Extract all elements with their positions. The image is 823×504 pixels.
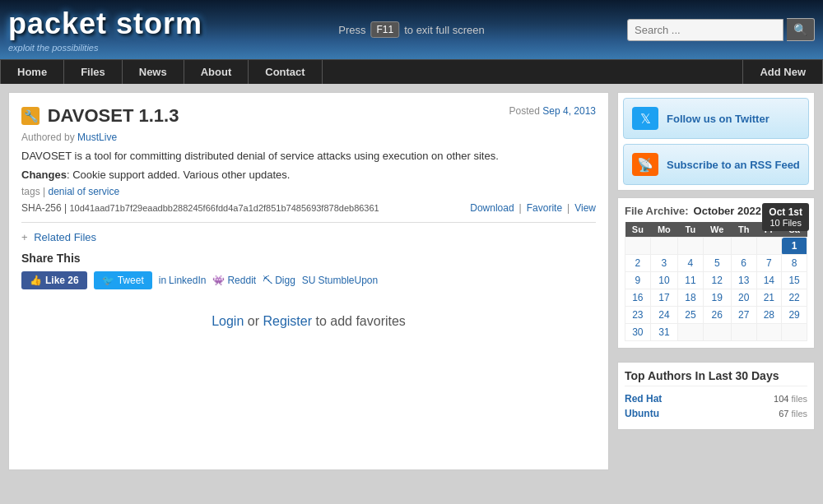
main-layout: 🔧 DAVOSET 1.1.3 Posted Sep 4, 2013 Autho… bbox=[0, 84, 823, 479]
favorite-link[interactable]: Favorite bbox=[527, 202, 562, 214]
fb-icon: 👍 bbox=[30, 275, 42, 286]
fb-like-label: Like 26 bbox=[45, 275, 79, 286]
nav-contact[interactable]: Contact bbox=[249, 60, 322, 84]
sha-section: SHA-256 | 10d41aad71b7f29eaadbb288245f66… bbox=[21, 202, 379, 214]
calendar-week-0: 1 bbox=[625, 238, 807, 255]
register-link[interactable]: Register bbox=[263, 314, 312, 328]
or-text: or bbox=[248, 314, 259, 328]
tags-label: tags bbox=[21, 186, 40, 197]
cal-day-2-6[interactable]: 15 bbox=[782, 272, 807, 289]
reddit-link[interactable]: 👾 Reddit bbox=[212, 275, 256, 286]
author-name-1[interactable]: Ubuntu bbox=[625, 408, 659, 419]
rss-label: Subscribe to an RSS Feed bbox=[667, 159, 800, 171]
download-link[interactable]: Download bbox=[470, 202, 514, 214]
cal-day-2-0[interactable]: 9 bbox=[625, 272, 651, 289]
cal-day-1-0[interactable]: 2 bbox=[625, 255, 651, 272]
cal-day-0-6[interactable]: 1 bbox=[782, 238, 807, 255]
cal-day-3-4[interactable]: 20 bbox=[731, 289, 756, 307]
cal-th-su: Su bbox=[625, 222, 651, 238]
changes-label: Changes bbox=[21, 169, 67, 181]
cal-day-3-5[interactable]: 21 bbox=[756, 289, 782, 307]
cal-day-1-5[interactable]: 7 bbox=[756, 255, 782, 272]
cal-day-1-2[interactable]: 4 bbox=[678, 255, 704, 272]
cal-day-5-4 bbox=[731, 324, 756, 341]
cal-th-th: Th bbox=[731, 222, 756, 238]
search-input[interactable] bbox=[627, 19, 783, 41]
nav-files[interactable]: Files bbox=[64, 60, 123, 84]
cal-day-1-6[interactable]: 8 bbox=[782, 255, 807, 272]
view-link[interactable]: View bbox=[574, 202, 596, 214]
digg-link[interactable]: ⛏ Digg bbox=[263, 275, 295, 286]
calendar-label: File Archive: bbox=[625, 205, 689, 217]
changes-text: Cookie support added. Various other upda… bbox=[72, 169, 290, 181]
author-files-0: 104 files bbox=[774, 394, 807, 404]
nav: Home Files News About Contact Add New bbox=[0, 59, 823, 84]
social-buttons: 👍 Like 26 🐦 Tweet in LinkedIn 👾 Reddit ⛏… bbox=[21, 271, 596, 289]
stumble-link[interactable]: SU StumbleUpon bbox=[302, 275, 378, 286]
nav-home[interactable]: Home bbox=[0, 60, 64, 84]
cal-day-3-3[interactable]: 19 bbox=[703, 289, 731, 307]
cal-day-0-5 bbox=[756, 238, 782, 255]
cal-day-1-1[interactable]: 3 bbox=[650, 255, 677, 272]
cal-day-0-1 bbox=[650, 238, 677, 255]
cal-day-2-2[interactable]: 11 bbox=[678, 272, 704, 289]
cal-day-2-3[interactable]: 12 bbox=[703, 272, 731, 289]
cal-day-2-5[interactable]: 14 bbox=[756, 272, 782, 289]
login-register-prompt: Login or Register to add favorites bbox=[21, 306, 596, 337]
cal-day-4-2[interactable]: 25 bbox=[678, 307, 704, 324]
content-area: 🔧 DAVOSET 1.1.3 Posted Sep 4, 2013 Autho… bbox=[8, 92, 609, 470]
nav-addnew[interactable]: Add New bbox=[742, 60, 823, 84]
tweet-label: Tweet bbox=[118, 275, 144, 286]
fullscreen-notice: Press F11 to exit full screen bbox=[338, 21, 484, 38]
cal-day-4-5[interactable]: 28 bbox=[756, 307, 782, 324]
search-area: 🔍 bbox=[627, 18, 815, 41]
tooltip-count: 10 Files bbox=[769, 218, 802, 228]
cal-day-1-3[interactable]: 5 bbox=[703, 255, 731, 272]
cal-day-3-1[interactable]: 17 bbox=[650, 289, 677, 307]
cal-day-2-1[interactable]: 10 bbox=[650, 272, 677, 289]
tooltip-title: Oct 1st bbox=[769, 206, 802, 218]
twitter-icon: 𝕏 bbox=[632, 107, 658, 130]
author-files-1: 67 files bbox=[779, 409, 807, 418]
cal-day-4-3[interactable]: 26 bbox=[703, 307, 731, 324]
cal-day-5-0[interactable]: 30 bbox=[625, 324, 651, 341]
rss-subscribe-button[interactable]: 📡 Subscribe to an RSS Feed bbox=[623, 144, 809, 185]
linkedin-link[interactable]: in LinkedIn bbox=[159, 275, 207, 286]
cal-day-3-2[interactable]: 18 bbox=[678, 289, 704, 307]
sep2: | bbox=[567, 202, 570, 214]
changes-line: Changes: Cookie support added. Various o… bbox=[21, 169, 596, 181]
cal-th-mo: Mo bbox=[650, 222, 677, 238]
login-link[interactable]: Login bbox=[212, 314, 244, 328]
cal-day-4-1[interactable]: 24 bbox=[650, 307, 677, 324]
tags-line: tags | denial of service bbox=[21, 186, 596, 197]
author-name-0[interactable]: Red Hat bbox=[625, 393, 662, 405]
cal-day-0-2 bbox=[678, 238, 704, 255]
related-files-link[interactable]: + Related Files bbox=[21, 231, 596, 243]
cal-day-4-6[interactable]: 29 bbox=[782, 307, 807, 324]
cal-day-2-4[interactable]: 13 bbox=[731, 272, 756, 289]
digg-label: Digg bbox=[275, 275, 295, 286]
search-button[interactable]: 🔍 bbox=[787, 18, 815, 41]
cal-day-3-0[interactable]: 16 bbox=[625, 289, 651, 307]
author-link[interactable]: MustLive bbox=[77, 132, 117, 143]
facebook-like-button[interactable]: 👍 Like 26 bbox=[21, 271, 87, 289]
header: packet storm exploit the possibilities P… bbox=[0, 0, 823, 59]
divider bbox=[21, 222, 596, 223]
twitter-follow-button[interactable]: 𝕏 Follow us on Twitter bbox=[623, 98, 809, 139]
tag-dos[interactable]: denial of service bbox=[48, 186, 119, 197]
add-fav-text: to add favorites bbox=[315, 314, 405, 328]
cal-day-5-1[interactable]: 31 bbox=[650, 324, 677, 341]
nav-news[interactable]: News bbox=[123, 60, 184, 84]
tweet-button[interactable]: 🐦 Tweet bbox=[94, 271, 152, 289]
cal-day-4-0[interactable]: 23 bbox=[625, 307, 651, 324]
nav-about[interactable]: About bbox=[184, 60, 249, 84]
file-actions: Download | Favorite | View bbox=[470, 202, 596, 214]
cal-day-3-6[interactable]: 22 bbox=[782, 289, 807, 307]
calendar-table: Su Mo Tu We Th Fr Sa 1234567891011121314… bbox=[625, 222, 807, 341]
calendar-week-3: 16171819202122 bbox=[625, 289, 807, 307]
article-title: DAVOSET 1.1.3 bbox=[48, 105, 179, 126]
cal-day-4-4[interactable]: 27 bbox=[731, 307, 756, 324]
related-label[interactable]: Related Files bbox=[34, 231, 96, 243]
rss-icon: 📡 bbox=[632, 153, 658, 176]
cal-day-1-4[interactable]: 6 bbox=[731, 255, 756, 272]
